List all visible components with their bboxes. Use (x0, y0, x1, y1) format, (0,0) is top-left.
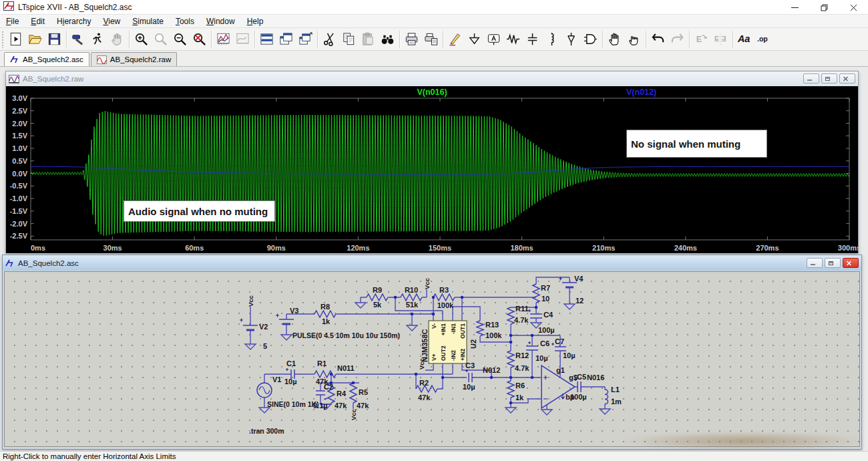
wire-button[interactable] (445, 29, 465, 49)
plot-settings-button[interactable] (233, 29, 252, 49)
mirror-button[interactable]: EƎ (711, 29, 730, 49)
menu-item-hierarchy[interactable]: Hierarchy (51, 15, 97, 27)
schematic-restore-button[interactable] (825, 258, 841, 268)
cascade-restore-button[interactable] (296, 29, 315, 49)
open-button[interactable] (25, 29, 45, 49)
menu-item-simulate[interactable]: Simulate (126, 15, 170, 27)
diode-icon (564, 31, 579, 47)
menu-item-file[interactable]: File (0, 15, 25, 27)
tile-windows-icon (259, 31, 274, 47)
schematic-window-titlebar[interactable]: AB_Squelch2.asc (3, 255, 861, 271)
svg-text:V4: V4 (574, 275, 584, 283)
chip-pin-label: V+ (431, 353, 437, 361)
cascade-restore-icon (298, 31, 313, 47)
new-schematic-button[interactable] (6, 29, 25, 49)
resistor-R7 (533, 284, 539, 303)
sine-glyph (259, 387, 270, 394)
waveform-restore-button[interactable] (821, 73, 837, 84)
ground-symbol (281, 335, 292, 340)
zoom-back-button[interactable] (151, 29, 170, 49)
zoom-back-icon (153, 31, 168, 47)
new-schematic-icon (8, 31, 23, 47)
waveform-close-button[interactable] (839, 73, 855, 84)
ground-symbol (600, 409, 610, 414)
svg-text:E: E (696, 35, 702, 44)
find-button[interactable] (378, 29, 397, 49)
redo-button[interactable] (668, 29, 687, 49)
ground-button[interactable] (465, 29, 484, 49)
waveform-plot[interactable]: 0ms30ms60ms90ms120ms150ms180ms210ms240ms… (6, 86, 858, 253)
svg-text:R2: R2 (419, 379, 429, 387)
spice-directive-button[interactable]: .op (754, 29, 774, 49)
menu-item-help[interactable]: Help (241, 15, 270, 27)
copy-button[interactable] (339, 29, 359, 49)
print-preview-button[interactable] (421, 29, 441, 49)
rotate-button[interactable]: E (692, 29, 711, 49)
tab-waveform[interactable]: AB_Squelch2.raw (91, 52, 177, 66)
diode-button[interactable] (562, 29, 581, 49)
drag-button[interactable] (624, 29, 644, 49)
menu-item-window[interactable]: Window (200, 15, 241, 27)
junction-dot (535, 306, 538, 309)
cut-button[interactable] (320, 29, 339, 49)
zoom-out-icon (172, 31, 188, 47)
x-tick-label: 0ms (31, 244, 45, 252)
control-panel-button[interactable] (69, 29, 88, 49)
toolbar-separator (66, 31, 67, 48)
resistor-button[interactable] (503, 29, 523, 49)
menu-item-view[interactable]: View (97, 15, 126, 27)
run-button[interactable] (88, 29, 107, 49)
y-tick-label: 1.0V (12, 144, 27, 152)
halt-icon (110, 31, 125, 47)
svg-text:10µ: 10µ (535, 354, 548, 362)
undo-button[interactable] (648, 29, 668, 49)
svg-text:C4: C4 (544, 311, 554, 319)
toolbar-separator (399, 31, 400, 48)
move-button[interactable] (605, 29, 624, 49)
schematic-minimize-button[interactable] (807, 258, 823, 268)
capacitor-button[interactable] (523, 29, 542, 49)
undo-icon (650, 31, 666, 47)
schematic-window: AB_Squelch2.asc (2, 255, 862, 450)
menu-item-edit[interactable]: Edit (25, 15, 51, 27)
toolbar-grip (1, 31, 5, 48)
halt-button[interactable] (107, 29, 127, 49)
junction-dot (415, 373, 418, 376)
junction-dot (461, 296, 464, 299)
waveform-plot-area[interactable]: 0ms30ms60ms90ms120ms150ms180ms210ms240ms… (6, 86, 858, 253)
restore-button[interactable] (809, 0, 839, 15)
text-button[interactable]: Aa (735, 29, 754, 49)
toolbar-separator (443, 31, 443, 48)
menu-item-tools[interactable]: Tools (170, 15, 200, 27)
tab-schematic[interactable]: AB_Squelch2.asc (4, 52, 89, 66)
app-title: LTspice XVII - AB_Squelch2.asc (18, 3, 132, 12)
status-text: Right-Click to manually enter Horizontal… (3, 452, 176, 460)
schematic-close-button[interactable] (843, 258, 859, 268)
cascade-windows-button[interactable] (276, 29, 296, 49)
net-label-button[interactable] (484, 29, 503, 49)
print-button[interactable] (402, 29, 421, 49)
save-button[interactable] (45, 29, 64, 49)
inductor-button[interactable] (542, 29, 562, 49)
svg-text:4.7k: 4.7k (515, 364, 529, 372)
zoom-full-button[interactable] (190, 29, 209, 49)
schematic-canvas[interactable]: VccVccVccVccV-+IN1-IN1OUT1V+OUT2-IN2+IN2… (4, 271, 860, 447)
autorange-button[interactable] (214, 29, 233, 49)
schematic-doc-icon (10, 55, 19, 64)
tile-windows-button[interactable] (257, 29, 276, 49)
zoom-in-button[interactable] (132, 29, 151, 49)
paste-button[interactable] (359, 29, 378, 49)
y-tick-label: 0.5V (12, 157, 27, 165)
zoom-out-button[interactable] (170, 29, 190, 49)
close-button[interactable] (839, 0, 868, 15)
schematic-window-title: AB_Squelch2.asc (18, 259, 79, 267)
waveform-minimize-button[interactable] (803, 73, 819, 84)
app-title-bar[interactable]: LTspice XVII - AB_Squelch2.asc (0, 0, 868, 15)
component-button[interactable] (581, 29, 600, 49)
svg-text:SINE(0 10m 1K): SINE(0 10m 1K) (267, 400, 319, 408)
x-tick-label: 150ms (429, 244, 451, 252)
mirror-icon: EƎ (713, 31, 728, 47)
minimize-button[interactable] (780, 0, 809, 15)
waveform-window-titlebar[interactable]: AB_Squelch2.raw (6, 71, 858, 86)
y-tick-label: 0.0V (12, 170, 27, 178)
